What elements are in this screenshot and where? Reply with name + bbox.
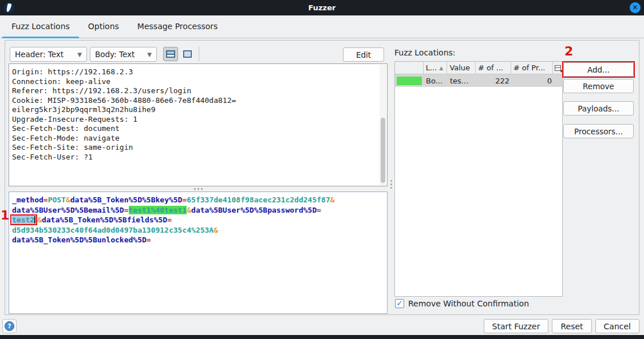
- header-line: Cookie: MISP-93318e56-360b-4880-86e6-7e8…: [12, 96, 385, 106]
- body-token: =: [147, 236, 151, 244]
- edit-button[interactable]: Edit: [343, 47, 384, 62]
- header-text-content: Origin: https://192.168.2.3Connection: k…: [9, 64, 387, 162]
- add-button[interactable]: Add...: [563, 62, 634, 77]
- location-color-swatch: [397, 77, 422, 85]
- payloads-button[interactable]: Payloads...: [563, 101, 634, 115]
- body-line: _method=POST&data%5B_Token%5D%5Bkey%5D=6…: [12, 195, 385, 205]
- table-header-row: L...▲Value# of ...# of Pr...: [395, 62, 562, 74]
- tab-options[interactable]: Options: [79, 15, 128, 38]
- column-header-color[interactable]: [395, 62, 424, 74]
- body-text-view[interactable]: _method=POST&data%5B_Token%5D%5Bkey%5D=6…: [9, 192, 388, 314]
- body-line: data%5BUser%5D%5Bemail%5D=test1%40test1&…: [12, 205, 385, 216]
- body-text-content: _method=POST&data%5B_Token%5D%5Bkey%5D=6…: [9, 192, 387, 245]
- header-line: Origin: https://192.168.2.3: [12, 67, 385, 77]
- body-line: test2&data%5B_Token%5D%5Bfields%5D=: [12, 215, 385, 225]
- body-token: data%5B_Token%5D%5Bkey%5D: [70, 196, 183, 204]
- header-line: Sec-Fetch-Dest: document: [12, 124, 385, 134]
- window-bottom-border: [0, 335, 644, 339]
- column-header-value[interactable]: Value: [447, 62, 476, 74]
- footer-bar: ? Start FuzzerResetCancel: [0, 315, 644, 335]
- body-line: data%5B_Token%5D%5Bunlocked%5D=: [12, 235, 385, 245]
- body-token: =: [167, 216, 172, 224]
- body-view-select-value: Body: Text: [95, 50, 135, 59]
- annotation-marker-2: 2: [564, 44, 573, 58]
- column-header-of[interactable]: # of ...: [476, 62, 511, 74]
- single-view-toggle[interactable]: [180, 47, 195, 61]
- close-icon[interactable]: ✕: [630, 2, 641, 13]
- body-line: d5d934b530233c40f64ad0d0497ba130912c35c4…: [12, 225, 385, 236]
- table-cell: tes...: [448, 77, 476, 85]
- table-cell: 0: [512, 77, 554, 85]
- start-fuzzer-button[interactable]: Start Fuzzer: [484, 319, 549, 333]
- split-view-toggle[interactable]: [163, 47, 178, 61]
- horizontal-splitter[interactable]: [9, 186, 388, 192]
- header-text-view[interactable]: Origin: https://192.168.2.3Connection: k…: [9, 63, 388, 186]
- header-line: eilerg5kr3j2bp9qqrml3q2n2hu8ihe9: [12, 105, 385, 115]
- scrollbar-thumb[interactable]: [381, 118, 385, 183]
- vertical-splitter[interactable]: [388, 176, 394, 193]
- tab-bar: Fuzz LocationsOptionsMessage Processors: [0, 15, 644, 38]
- location-buttons: Add...RemovePayloads...Processors...: [563, 61, 635, 139]
- single-view-icon: [183, 50, 192, 58]
- body-token: POST: [48, 196, 66, 204]
- header-view-select-value: Header: Text: [15, 50, 64, 59]
- sort-ascending-icon: ▲: [439, 65, 443, 71]
- header-scrollbar[interactable]: [380, 65, 386, 185]
- header-line: Connection: keep-alive: [12, 77, 385, 87]
- checkbox-checked-icon[interactable]: ✓: [395, 299, 404, 308]
- header-line: Sec-Fetch-Mode: navigate: [12, 134, 385, 143]
- table-body: Bo...tes...2220: [395, 74, 562, 87]
- chevron-down-icon: ▼: [141, 51, 152, 58]
- reset-button[interactable]: Reset: [552, 319, 591, 333]
- fuzz-locations-label: Fuzz Locations:: [394, 48, 456, 57]
- header-line: Sec-Fetch-Site: same-origin: [12, 143, 385, 153]
- body-view-select[interactable]: Body: Text ▼: [90, 47, 157, 62]
- body-token: &: [214, 226, 218, 234]
- text-caret: [34, 216, 35, 224]
- checkbox-label: Remove Without Confirmation: [408, 299, 529, 308]
- body-token: data%5B_Token%5D%5Bfields%5D: [42, 216, 167, 224]
- tab-message-processors[interactable]: Message Processors: [128, 15, 227, 38]
- body-token: data%5BUser%5D%5Bpassword%5D: [191, 206, 317, 214]
- tab-fuzz-locations[interactable]: Fuzz Locations: [2, 15, 79, 38]
- body-token: data%5BUser%5D%5Bemail%5D: [12, 206, 124, 214]
- column-control-icon: [555, 65, 561, 71]
- remove-button[interactable]: Remove: [563, 79, 634, 93]
- help-button[interactable]: ?: [2, 319, 17, 333]
- split-view-icon: [166, 50, 175, 58]
- body-token: &: [187, 206, 191, 214]
- body-token: =: [124, 206, 129, 214]
- help-icon: ?: [5, 321, 14, 331]
- header-line: Referer: https://192.168.2.3/users/login: [12, 86, 385, 96]
- chevron-down-icon: ▼: [72, 51, 82, 58]
- body-token: _method: [12, 196, 44, 204]
- body-token: d5d934b530233c40f64ad0d0497ba130912c35c4…: [12, 226, 214, 234]
- column-header-of-pr[interactable]: # of Pr...: [511, 62, 553, 74]
- header-line: Upgrade-Insecure-Requests: 1: [12, 115, 385, 125]
- body-token: =: [317, 206, 321, 214]
- toolbar-separator: [199, 46, 199, 61]
- body-token: data%5B_Token%5D%5Bunlocked%5D: [12, 236, 147, 244]
- column-control-button[interactable]: [553, 62, 562, 74]
- remove-confirmation-row[interactable]: ✓ Remove Without Confirmation: [395, 299, 529, 308]
- body-token: &: [66, 196, 70, 204]
- annotation-box-selected-text: test2: [10, 214, 37, 225]
- fuzz-locations-panel: Header: Text ▼ Body: Text ▼ Edit Origin:…: [5, 40, 639, 315]
- body-token: =: [44, 196, 48, 204]
- body-token: test1%40test1: [129, 206, 187, 214]
- body-token: test2: [12, 216, 34, 224]
- title-bar: Fuzzer ✕: [0, 0, 644, 15]
- body-token: &: [37, 216, 42, 224]
- column-header-l[interactable]: L...▲: [424, 62, 448, 74]
- annotation-marker-1: 1: [1, 208, 9, 222]
- processors-button[interactable]: Processors...: [563, 124, 634, 138]
- header-view-select[interactable]: Header: Text ▼: [10, 47, 87, 62]
- body-token: 65f337de4108f98acec231c2dd245f87: [187, 196, 330, 204]
- table-cell: Bo...: [424, 77, 448, 85]
- window-title: Fuzzer: [0, 3, 644, 12]
- fuzz-locations-table[interactable]: L...▲Value# of ...# of Pr... Bo...tes...…: [394, 61, 563, 297]
- footer-buttons: Start FuzzerResetCancel: [484, 319, 639, 333]
- table-cell: 222: [476, 77, 512, 85]
- table-row[interactable]: Bo...tes...2220: [395, 74, 562, 87]
- cancel-button[interactable]: Cancel: [595, 319, 639, 333]
